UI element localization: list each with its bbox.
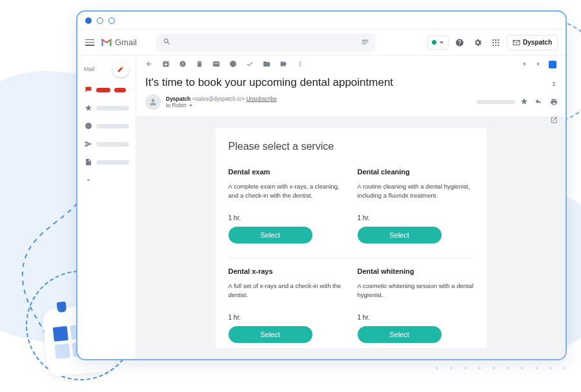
svg-point-0 bbox=[493, 39, 494, 40]
service-duration: 1 hr. bbox=[229, 314, 345, 321]
expand-all-button[interactable] bbox=[550, 79, 558, 90]
sender-name: Dyspatch bbox=[166, 96, 190, 102]
add-to-tasks-button[interactable] bbox=[246, 59, 254, 70]
back-button[interactable] bbox=[145, 59, 153, 70]
service-title: Dental whitening bbox=[358, 267, 474, 275]
window-control-dot[interactable] bbox=[85, 17, 92, 24]
recipient-line: to Robin bbox=[166, 102, 187, 108]
report-spam-button[interactable] bbox=[179, 59, 187, 70]
select-button[interactable]: Select bbox=[229, 326, 312, 343]
more-button[interactable] bbox=[296, 59, 304, 70]
service-description: A complete exam with x-rays, a cleaning,… bbox=[229, 182, 345, 207]
label-placeholder bbox=[96, 124, 129, 129]
labels-button[interactable] bbox=[280, 59, 287, 70]
sidebar-item-snoozed[interactable] bbox=[84, 120, 129, 132]
label-placeholder bbox=[96, 106, 129, 110]
svg-point-5 bbox=[498, 41, 499, 43]
reply-button[interactable] bbox=[535, 98, 542, 107]
sidebar-item-sent[interactable] bbox=[84, 138, 129, 150]
compose-button[interactable] bbox=[112, 61, 129, 77]
service-description: A routine cleaning with a dental hygieni… bbox=[358, 182, 474, 207]
service-description: A cosmetic whitening session with a dent… bbox=[358, 282, 474, 306]
chevron-down-icon bbox=[439, 40, 444, 45]
service-card: Dental whitening A cosmetic whitening se… bbox=[358, 267, 474, 348]
mark-unread-button[interactable] bbox=[212, 59, 220, 70]
clock-icon bbox=[84, 122, 92, 130]
service-title: Dental x-rays bbox=[229, 267, 345, 275]
status-indicator[interactable] bbox=[427, 36, 449, 50]
label-placeholder bbox=[96, 88, 110, 92]
mail-section-label[interactable]: Mail bbox=[84, 66, 95, 72]
message-side-actions bbox=[550, 79, 558, 127]
move-to-button[interactable] bbox=[263, 59, 270, 70]
service-duration: 1 hr. bbox=[229, 214, 345, 222]
email-content-card: Please select a service Dental exam A co… bbox=[216, 128, 487, 348]
browser-window: Gmail Dyspatch Mail bbox=[76, 10, 567, 360]
older-button[interactable] bbox=[520, 60, 528, 69]
gmail-wordmark: Gmail bbox=[115, 37, 137, 47]
svg-point-6 bbox=[493, 44, 494, 45]
archive-button[interactable] bbox=[162, 59, 170, 70]
service-card: Dental x-rays A full set of x-rays and a… bbox=[229, 267, 345, 348]
service-description: A full set of x-rays and a check-in with… bbox=[229, 282, 345, 306]
sidebar-item-inbox[interactable] bbox=[84, 84, 129, 96]
svg-point-2 bbox=[498, 39, 499, 40]
service-card: Dental cleaning A routine cleaning with … bbox=[358, 168, 474, 249]
select-button[interactable]: Select bbox=[358, 326, 442, 343]
sender-avatar[interactable] bbox=[145, 94, 161, 110]
select-button[interactable]: Select bbox=[358, 227, 442, 243]
search-icon bbox=[163, 37, 171, 48]
service-duration: 1 hr. bbox=[358, 314, 474, 321]
star-icon bbox=[84, 104, 92, 112]
chevron-down-icon bbox=[84, 176, 92, 185]
sender-address: <sales@dyspatch.io> bbox=[192, 96, 245, 102]
sidepanel-calendar-icon[interactable] bbox=[549, 61, 556, 68]
sidebar-item-drafts[interactable] bbox=[84, 156, 129, 168]
label-placeholder bbox=[96, 142, 129, 147]
message-pane: It's time to book your upcoming dental a… bbox=[136, 56, 566, 359]
sender-row: Dyspatch <sales@dyspatch.io> Unsubscribe… bbox=[136, 94, 566, 116]
main-menu-button[interactable] bbox=[85, 39, 94, 46]
message-toolbar bbox=[136, 56, 566, 74]
dyspatch-addon-label: Dyspatch bbox=[523, 39, 552, 46]
window-control-dot[interactable] bbox=[108, 17, 115, 24]
svg-point-4 bbox=[495, 41, 496, 43]
gmail-header: Gmail Dyspatch bbox=[77, 30, 566, 56]
unsubscribe-link[interactable]: Unsubscribe bbox=[246, 96, 276, 102]
sidebar-expand[interactable] bbox=[84, 174, 129, 186]
email-heading: Please select a service bbox=[229, 141, 474, 152]
timestamp-placeholder bbox=[476, 100, 515, 104]
chevron-down-icon[interactable] bbox=[189, 103, 193, 108]
delete-button[interactable] bbox=[196, 59, 203, 70]
presence-dot-icon bbox=[432, 40, 436, 45]
dyspatch-addon-button[interactable]: Dyspatch bbox=[507, 35, 558, 50]
service-title: Dental exam bbox=[229, 168, 345, 176]
select-button[interactable]: Select bbox=[229, 227, 312, 243]
svg-point-8 bbox=[498, 44, 499, 45]
snooze-button[interactable] bbox=[229, 59, 237, 70]
svg-point-1 bbox=[495, 39, 496, 40]
apps-button[interactable] bbox=[489, 36, 503, 50]
inbox-icon bbox=[84, 86, 92, 94]
service-grid: Dental exam A complete exam with x-rays,… bbox=[229, 168, 474, 348]
star-button[interactable] bbox=[520, 98, 528, 107]
service-title: Dental cleaning bbox=[358, 168, 474, 176]
search-options-icon[interactable] bbox=[361, 37, 369, 48]
envelope-icon bbox=[513, 39, 520, 46]
open-new-window-button[interactable] bbox=[550, 115, 558, 127]
service-card: Dental exam A complete exam with x-rays,… bbox=[229, 168, 345, 249]
window-control-dot[interactable] bbox=[97, 17, 103, 24]
support-button[interactable] bbox=[453, 36, 467, 50]
sidebar: Mail bbox=[77, 56, 136, 359]
settings-button[interactable] bbox=[471, 36, 485, 50]
svg-point-7 bbox=[495, 44, 496, 45]
sidebar-item-starred[interactable] bbox=[84, 102, 129, 114]
label-placeholder bbox=[96, 160, 129, 165]
email-body: Please select a service Dental exam A co… bbox=[136, 116, 566, 359]
search-bar[interactable] bbox=[156, 34, 376, 52]
gmail-logo[interactable]: Gmail bbox=[101, 37, 137, 47]
newer-button[interactable] bbox=[535, 60, 542, 69]
service-duration: 1 hr. bbox=[358, 214, 474, 222]
print-button[interactable] bbox=[550, 97, 558, 108]
window-titlebar bbox=[77, 12, 566, 30]
